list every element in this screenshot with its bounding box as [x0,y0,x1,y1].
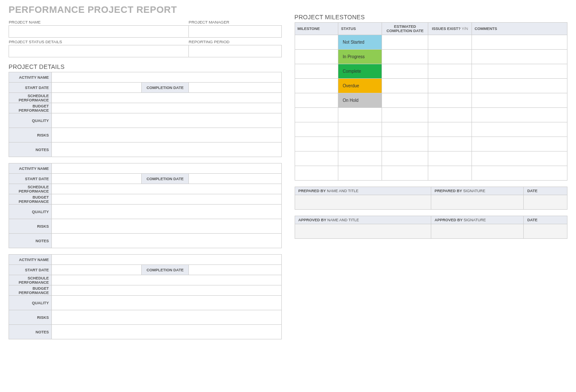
cell-milestone[interactable] [295,166,338,181]
cell-issues[interactable] [428,166,472,181]
col-issues-bold: ISSUES EXIST? [432,27,461,31]
field-risks[interactable] [52,219,282,234]
approved-name-light: NAME AND TITLE [327,218,359,222]
cell-milestone[interactable] [295,79,338,93]
field-activity-name[interactable] [52,163,282,174]
cell-issues[interactable] [428,35,472,50]
cell-comments[interactable] [472,122,567,137]
cell-issues[interactable] [428,108,472,122]
field-quality[interactable] [52,296,282,310]
cell-comments[interactable] [472,79,567,93]
cell-issues[interactable] [428,79,472,93]
field-notes[interactable] [52,143,282,157]
milestone-row [295,122,567,137]
cell-comments[interactable] [472,35,567,50]
cell-milestone[interactable] [295,50,338,64]
field-budget-performance[interactable] [52,285,282,296]
cell-status[interactable] [338,151,382,166]
cell-milestone[interactable] [295,64,338,79]
cell-issues[interactable] [428,137,472,151]
cell-milestone[interactable] [295,93,338,108]
cell-comments[interactable] [472,166,567,181]
field-start-date[interactable] [52,174,142,184]
field-reporting-period[interactable] [189,45,281,57]
cell-est-completion[interactable] [382,64,428,79]
approved-date-field[interactable] [524,224,567,239]
cell-status[interactable] [338,122,382,137]
cell-issues[interactable] [428,151,472,166]
field-budget-performance[interactable] [52,103,282,113]
cell-est-completion[interactable] [382,137,428,151]
field-notes[interactable] [52,325,282,339]
field-schedule-performance[interactable] [52,275,282,285]
field-budget-performance[interactable] [52,194,282,205]
cell-status[interactable]: Complete [338,64,382,79]
field-risks[interactable] [52,310,282,325]
cell-milestone[interactable] [295,35,338,50]
field-quality[interactable] [52,113,282,128]
label-risks: RISKS [9,128,52,143]
approved-name-field[interactable] [295,224,431,239]
cell-est-completion[interactable] [382,50,428,64]
cell-status[interactable]: On Hold [338,93,382,108]
cell-comments[interactable] [472,151,567,166]
col-status: STATUS [338,23,382,35]
cell-issues[interactable] [428,93,472,108]
field-start-date[interactable] [52,83,142,93]
activity-block: ACTIVITY NAMESTART DATECOMPLETION DATESC… [9,163,282,248]
milestone-row: Not Started [295,35,567,50]
field-start-date[interactable] [52,265,142,275]
cell-status[interactable] [338,137,382,151]
col-issues: ISSUES EXIST? Y/N [428,23,472,35]
cell-milestone[interactable] [295,137,338,151]
cell-status[interactable] [338,108,382,122]
field-schedule-performance[interactable] [52,184,282,194]
cell-comments[interactable] [472,93,567,108]
cell-comments[interactable] [472,108,567,122]
field-schedule-performance[interactable] [52,93,282,103]
prepared-sig-field[interactable] [431,195,523,210]
cell-est-completion[interactable] [382,93,428,108]
cell-status[interactable]: Overdue [338,79,382,93]
cell-est-completion[interactable] [382,108,428,122]
cell-est-completion[interactable] [382,79,428,93]
field-completion-date[interactable] [189,83,282,93]
field-risks[interactable] [52,128,282,143]
approved-sig-bold: APPROVED BY [435,218,464,222]
field-notes[interactable] [52,234,282,248]
label-start-date: START DATE [9,83,52,93]
field-activity-name[interactable] [52,72,282,83]
cell-comments[interactable] [472,137,567,151]
cell-issues[interactable] [428,50,472,64]
cell-status[interactable] [338,166,382,181]
label-quality: QUALITY [9,296,52,310]
cell-est-completion[interactable] [382,122,428,137]
cell-est-completion[interactable] [382,151,428,166]
label-notes: NOTES [9,325,52,339]
field-project-manager[interactable] [189,26,281,38]
approved-sig-field[interactable] [431,224,523,239]
prepared-sig-light: SIGNATURE [463,189,485,193]
cell-milestone[interactable] [295,108,338,122]
label-activity-name: ACTIVITY NAME [9,163,52,174]
cell-est-completion[interactable] [382,35,428,50]
cell-issues[interactable] [428,64,472,79]
cell-est-completion[interactable] [382,166,428,181]
cell-comments[interactable] [472,64,567,79]
cell-comments[interactable] [472,50,567,64]
field-activity-name[interactable] [52,255,282,265]
prepared-name-field[interactable] [295,195,431,210]
field-project-status-details[interactable] [9,45,189,57]
cell-milestone[interactable] [295,122,338,137]
project-info-grid: PROJECT NAME PROJECT MANAGER PROJECT STA… [9,18,282,57]
field-project-name[interactable] [9,26,189,38]
cell-issues[interactable] [428,122,472,137]
field-quality[interactable] [52,205,282,219]
cell-milestone[interactable] [295,151,338,166]
milestone-row: In Progress [295,50,567,64]
field-completion-date[interactable] [189,174,282,184]
cell-status[interactable]: Not Started [338,35,382,50]
cell-status[interactable]: In Progress [338,50,382,64]
field-completion-date[interactable] [189,265,282,275]
prepared-date-field[interactable] [524,195,567,210]
